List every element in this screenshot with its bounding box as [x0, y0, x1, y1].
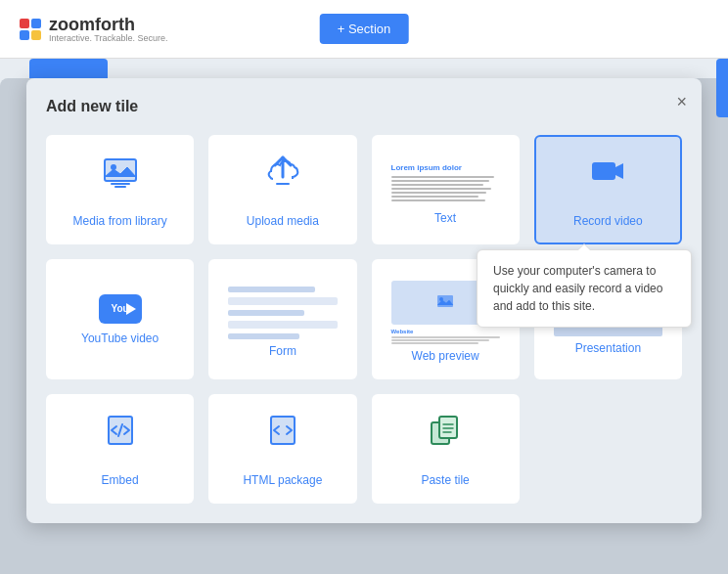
logo: zoomforth Interactive. Trackable. Secure… [20, 16, 168, 43]
yt-play-icon [126, 303, 136, 315]
tile-label-text: Text [434, 211, 456, 225]
modal-title-pre: Add [46, 98, 81, 114]
tile-text[interactable]: Lorem ipsum dolor Text [372, 135, 520, 244]
paste-icon [426, 411, 465, 465]
library-icon [101, 152, 140, 206]
tile-embed[interactable]: Embed [46, 394, 194, 504]
tile-label-presentation: Presentation [575, 341, 641, 355]
upload-icon [263, 152, 302, 206]
logo-cell-1 [20, 19, 29, 28]
camera-icon [588, 152, 627, 206]
add-tile-modal: Add new tile × Media from library [26, 78, 702, 523]
tile-label-paste: Paste tile [421, 473, 469, 487]
text-lines [391, 176, 500, 201]
library-svg [101, 152, 140, 191]
tile-html-package[interactable]: HTML package [208, 394, 356, 504]
text-preview: Lorem ipsum dolor [384, 155, 508, 211]
camera-svg [588, 152, 627, 191]
logo-text: zoomforth Interactive. Trackable. Secure… [49, 16, 168, 43]
modal-overlay: Add new tile × Media from library [0, 59, 728, 574]
embed-icon [101, 411, 140, 465]
upload-svg [263, 152, 302, 191]
tile-label-embed: Embed [102, 473, 139, 487]
tile-label-web-preview: Web preview [412, 349, 479, 363]
tooltip-text: Use your computer's camera to quickly an… [493, 264, 662, 313]
svg-rect-5 [592, 162, 615, 180]
logo-cell-3 [20, 30, 29, 40]
svg-rect-4 [114, 186, 126, 188]
logo-tagline: Interactive. Trackable. Secure. [49, 33, 168, 43]
logo-cell-2 [31, 19, 41, 28]
svg-rect-13 [439, 417, 457, 438]
add-section-button[interactable]: + Section [320, 14, 409, 44]
tile-record-video[interactable]: Record video [534, 135, 682, 244]
tile-label-youtube: YouTube video [81, 331, 159, 345]
tile-youtube-video[interactable]: You YouTube video [46, 259, 194, 379]
web-image-icon [435, 293, 455, 313]
embed-svg [101, 411, 140, 450]
modal-title: Add new tile [46, 98, 682, 115]
paste-svg [426, 411, 465, 450]
svg-rect-3 [111, 183, 130, 185]
tile-media-library[interactable]: Media from library [46, 135, 194, 244]
svg-marker-6 [615, 163, 623, 179]
tile-label-media-library: Media from library [73, 214, 167, 228]
tile-label-upload-media: Upload media [247, 214, 319, 228]
logo-name: zoomforth [49, 16, 168, 33]
tile-paste[interactable]: Paste tile [372, 394, 520, 504]
tile-label-record-video: Record video [573, 214, 643, 228]
record-video-tooltip: Use your computer's camera to quickly an… [477, 249, 692, 328]
tile-form[interactable]: Form [208, 259, 356, 379]
top-bar: zoomforth Interactive. Trackable. Secure… [0, 0, 728, 59]
youtube-icon: You [99, 294, 142, 324]
logo-cell-4 [31, 30, 41, 40]
svg-rect-0 [105, 159, 136, 181]
logo-grid [20, 19, 41, 40]
tile-upload-media[interactable]: Upload media [208, 135, 356, 244]
modal-close-button[interactable]: × [676, 93, 687, 110]
svg-rect-7 [437, 295, 453, 307]
html-svg [263, 411, 302, 450]
modal-title-bold: new tile [81, 98, 139, 114]
form-preview [220, 282, 344, 344]
tile-label-form: Form [269, 344, 296, 358]
tile-label-html-package: HTML package [243, 473, 322, 487]
html-icon [263, 411, 302, 465]
